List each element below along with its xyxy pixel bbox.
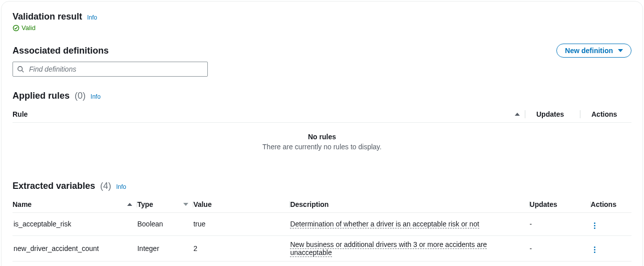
vars-col-value: Value bbox=[193, 200, 212, 208]
var-value: 2 bbox=[193, 235, 290, 261]
kebab-menu-icon[interactable] bbox=[591, 245, 599, 255]
rules-empty-title: No rules bbox=[13, 133, 631, 141]
validation-title: Validation result bbox=[13, 12, 82, 22]
table-row: violation_countInteger2Number of violati… bbox=[13, 261, 631, 266]
var-updates: - bbox=[530, 235, 591, 261]
rules-empty-sub: There are currently no rules to display. bbox=[13, 143, 631, 151]
new-definition-label: New definition bbox=[565, 47, 613, 55]
rules-col-updates[interactable]: Updates bbox=[536, 110, 564, 118]
variables-section-header: Extracted variables (4) Info bbox=[13, 181, 631, 191]
svg-line-2 bbox=[22, 71, 24, 73]
var-updates: - bbox=[530, 213, 591, 236]
var-name: violation_count bbox=[13, 261, 137, 266]
var-description: Number of violations a driver has bbox=[290, 261, 529, 266]
rules-section-header: Applied rules (0) Info bbox=[13, 91, 631, 101]
vars-col-name[interactable]: Name bbox=[13, 200, 32, 208]
variables-title: Extracted variables bbox=[13, 181, 95, 191]
svg-point-1 bbox=[18, 67, 23, 71]
variables-count: (4) bbox=[100, 181, 111, 191]
table-row: new_driver_accident_countInteger2New bus… bbox=[13, 235, 631, 261]
rules-col-rule[interactable]: Rule bbox=[13, 110, 28, 118]
var-updates: - bbox=[530, 261, 591, 266]
var-actions-cell bbox=[591, 213, 631, 236]
panel: Validation result Info Valid Associated … bbox=[1, 1, 643, 266]
rules-table: Rule Updates Actions bbox=[13, 106, 631, 123]
check-circle-icon bbox=[13, 25, 20, 32]
var-name: is_acceptable_risk bbox=[13, 213, 137, 236]
vars-col-updates: Updates bbox=[530, 200, 557, 208]
rules-count: (0) bbox=[75, 91, 86, 101]
vars-col-description: Description bbox=[290, 200, 329, 208]
var-value: 2 bbox=[193, 261, 290, 266]
vars-col-type[interactable]: Type bbox=[137, 200, 153, 208]
variables-table: Name Type Value bbox=[13, 196, 631, 266]
vars-col-actions: Actions bbox=[591, 200, 616, 208]
var-description: New business or additional drivers with … bbox=[290, 235, 529, 261]
definitions-title: Associated definitions bbox=[13, 46, 109, 56]
var-type: Boolean bbox=[137, 213, 193, 236]
rules-col-actions: Actions bbox=[591, 110, 617, 118]
var-name: new_driver_accident_count bbox=[13, 235, 137, 261]
sort-down-icon[interactable] bbox=[183, 202, 188, 207]
kebab-menu-icon[interactable] bbox=[591, 221, 599, 231]
validation-section: Validation result Info Valid bbox=[13, 12, 631, 32]
validation-status: Valid bbox=[13, 24, 631, 32]
rules-info-link[interactable]: Info bbox=[91, 93, 101, 100]
var-type: Integer bbox=[137, 235, 193, 261]
validation-info-link[interactable]: Info bbox=[87, 14, 97, 21]
sort-up-icon[interactable] bbox=[515, 112, 520, 117]
var-description: Determination of whether a driver is an … bbox=[290, 213, 529, 236]
new-definition-button[interactable]: New definition bbox=[556, 44, 631, 58]
table-row: is_acceptable_riskBooleantrueDeterminati… bbox=[13, 213, 631, 236]
search-icon bbox=[17, 66, 24, 73]
variables-table-header: Name Type Value bbox=[13, 196, 631, 213]
rules-table-header: Rule Updates Actions bbox=[13, 106, 631, 123]
definitions-search-input[interactable] bbox=[28, 65, 203, 74]
definitions-search[interactable] bbox=[13, 62, 208, 77]
variables-info-link[interactable]: Info bbox=[116, 183, 126, 190]
var-actions-cell bbox=[591, 261, 631, 266]
rules-title: Applied rules bbox=[13, 91, 70, 101]
var-value: true bbox=[193, 213, 290, 236]
rules-empty-state: No rules There are currently no rules to… bbox=[13, 123, 631, 166]
var-actions-cell bbox=[591, 235, 631, 261]
definitions-header: Associated definitions New definition bbox=[13, 44, 631, 58]
caret-down-icon bbox=[618, 48, 623, 53]
sort-up-icon[interactable] bbox=[127, 202, 132, 207]
validation-status-text: Valid bbox=[22, 24, 36, 32]
var-type: Integer bbox=[137, 261, 193, 266]
